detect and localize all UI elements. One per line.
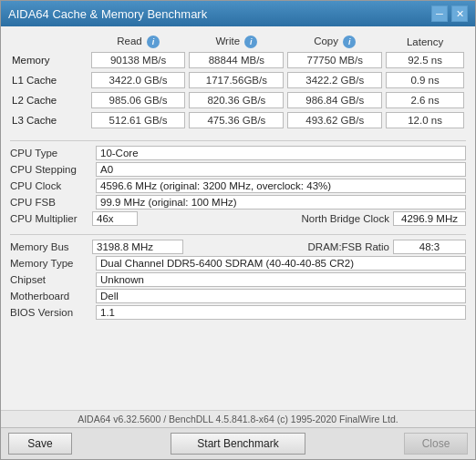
read-cell: 512.61 GB/s — [89, 110, 188, 130]
write-cell: 1717.56GB/s — [187, 70, 285, 90]
copy-cell: 3422.2 GB/s — [285, 70, 384, 90]
copy-value: 493.62 GB/s — [287, 112, 382, 128]
chipset-row: Chipset Unknown — [10, 272, 466, 287]
write-cell: 820.36 GB/s — [187, 90, 285, 110]
cpu-mult-label: CPU Multiplier — [10, 213, 92, 224]
cpu-stepping-label: CPU Stepping — [10, 164, 92, 175]
mem-info-block: Memory Bus 3198.8 MHz DRAM:FSB Ratio 48:… — [10, 240, 466, 320]
row-label: L3 Cache — [10, 110, 89, 130]
close-button[interactable]: ✕ — [451, 5, 468, 22]
bios-row: BIOS Version 1.1 — [10, 305, 466, 320]
benchmark-table: Read i Write i Copy i Latency — [10, 34, 466, 130]
cpu-mult-cell: CPU Multiplier 46x — [10, 211, 236, 226]
dram-ratio-value: 48:3 — [393, 240, 466, 254]
window-title: AIDA64 Cache & Memory Benchmark — [8, 7, 207, 21]
chipset-value: Unknown — [96, 272, 466, 287]
minimize-button[interactable]: ─ — [431, 5, 448, 22]
motherboard-label: Motherboard — [10, 291, 92, 302]
read-value: 512.61 GB/s — [91, 112, 186, 128]
write-cell: 475.36 GB/s — [187, 110, 285, 130]
cpu-fsb-row: CPU FSB 99.9 MHz (original: 100 MHz) — [10, 195, 466, 210]
divider-2 — [10, 234, 466, 235]
table-row: Memory 90138 MB/s 88844 MB/s 77750 MB/s … — [10, 50, 466, 70]
cpu-stepping-value: A0 — [96, 162, 466, 177]
dram-ratio-label: DRAM:FSB Ratio — [308, 241, 389, 252]
copy-value: 3422.2 GB/s — [287, 72, 382, 88]
footer-text: AIDA64 v6.32.5600 / BenchDLL 4.5.841.8-x… — [78, 414, 398, 424]
table-row: L2 Cache 985.06 GB/s 820.36 GB/s 986.84 … — [10, 90, 466, 110]
motherboard-row: Motherboard Dell — [10, 289, 466, 303]
bios-label: BIOS Version — [10, 307, 92, 318]
latency-value: 92.5 ns — [386, 52, 464, 68]
cpu-clock-value: 4596.6 MHz (original: 3200 MHz, overcloc… — [96, 179, 466, 193]
write-value: 88844 MB/s — [189, 52, 284, 68]
mem-bus-dram-row: Memory Bus 3198.8 MHz DRAM:FSB Ratio 48:… — [10, 240, 466, 254]
title-bar: AIDA64 Cache & Memory Benchmark ─ ✕ — [1, 1, 475, 26]
cpu-mult-nbclock-row: CPU Multiplier 46x North Bridge Clock 42… — [10, 211, 466, 226]
read-value: 3422.0 GB/s — [91, 72, 186, 88]
mem-type-label: Memory Type — [10, 258, 92, 269]
cpu-mult-value: 46x — [92, 211, 138, 226]
copy-cell: 77750 MB/s — [285, 50, 384, 70]
table-row: L3 Cache 512.61 GB/s 475.36 GB/s 493.62 … — [10, 110, 466, 130]
save-button[interactable]: Save — [8, 433, 72, 455]
read-info-icon[interactable]: i — [147, 36, 160, 48]
latency-cell: 92.5 ns — [384, 50, 466, 70]
header-write: Write i — [187, 34, 285, 50]
cpu-fsb-label: CPU FSB — [10, 197, 92, 208]
bios-value: 1.1 — [96, 305, 466, 320]
latency-value: 2.6 ns — [386, 92, 464, 108]
row-label: Memory — [10, 50, 89, 70]
table-row: L1 Cache 3422.0 GB/s 1717.56GB/s 3422.2 … — [10, 70, 466, 90]
dram-ratio-cell: DRAM:FSB Ratio 48:3 — [240, 240, 466, 254]
write-value: 1717.56GB/s — [189, 72, 284, 88]
latency-cell: 12.0 ns — [384, 110, 466, 130]
read-cell: 90138 MB/s — [89, 50, 188, 70]
motherboard-value: Dell — [96, 289, 466, 303]
mem-bus-label: Memory Bus — [10, 241, 92, 252]
chipset-label: Chipset — [10, 274, 92, 285]
write-info-icon[interactable]: i — [244, 36, 257, 48]
copy-value: 77750 MB/s — [287, 52, 382, 68]
north-bridge-value: 4296.9 MHz — [393, 211, 466, 226]
latency-cell: 0.9 ns — [384, 70, 466, 90]
mem-type-row: Memory Type Dual Channel DDR5-6400 SDRAM… — [10, 256, 466, 271]
cpu-stepping-row: CPU Stepping A0 — [10, 162, 466, 177]
mem-bus-value: 3198.8 MHz — [92, 240, 183, 254]
north-bridge-label: North Bridge Clock — [301, 213, 389, 224]
copy-info-icon[interactable]: i — [343, 36, 356, 48]
cpu-clock-label: CPU Clock — [10, 180, 92, 191]
content-area: Read i Write i Copy i Latency — [1, 26, 475, 410]
read-cell: 3422.0 GB/s — [89, 70, 188, 90]
north-bridge-cell: North Bridge Clock 4296.9 MHz — [240, 211, 466, 226]
cpu-clock-row: CPU Clock 4596.6 MHz (original: 3200 MHz… — [10, 179, 466, 193]
cpu-type-row: CPU Type 10-Core — [10, 146, 466, 160]
close-button-bottom[interactable]: Close — [404, 433, 468, 455]
read-value: 90138 MB/s — [91, 52, 186, 68]
footer: AIDA64 v6.32.5600 / BenchDLL 4.5.841.8-x… — [1, 410, 475, 427]
cpu-info-block: CPU Type 10-Core CPU Stepping A0 CPU Clo… — [10, 146, 466, 226]
latency-value: 0.9 ns — [386, 72, 464, 88]
header-read: Read i — [89, 34, 188, 50]
start-benchmark-button[interactable]: Start Benchmark — [171, 433, 305, 455]
divider-1 — [10, 140, 466, 141]
copy-cell: 986.84 GB/s — [285, 90, 384, 110]
read-cell: 985.06 GB/s — [89, 90, 188, 110]
latency-value: 12.0 ns — [386, 112, 464, 128]
cpu-type-value: 10-Core — [96, 146, 466, 160]
latency-cell: 2.6 ns — [384, 90, 466, 110]
button-bar: Save Start Benchmark Close — [1, 427, 475, 459]
write-value: 475.36 GB/s — [189, 112, 284, 128]
cpu-fsb-value: 99.9 MHz (original: 100 MHz) — [96, 195, 466, 210]
write-value: 820.36 GB/s — [189, 92, 284, 108]
row-label: L1 Cache — [10, 70, 89, 90]
mem-bus-cell: Memory Bus 3198.8 MHz — [10, 240, 236, 254]
main-window: AIDA64 Cache & Memory Benchmark ─ ✕ Read — [0, 0, 476, 460]
row-label: L2 Cache — [10, 90, 89, 110]
cpu-info-grid: CPU Type 10-Core CPU Stepping A0 CPU Clo… — [10, 146, 466, 226]
cpu-type-label: CPU Type — [10, 148, 92, 158]
mem-info-grid: Memory Bus 3198.8 MHz DRAM:FSB Ratio 48:… — [10, 240, 466, 320]
title-controls: ─ ✕ — [431, 5, 468, 22]
header-latency: Latency — [384, 34, 466, 50]
copy-cell: 493.62 GB/s — [285, 110, 384, 130]
